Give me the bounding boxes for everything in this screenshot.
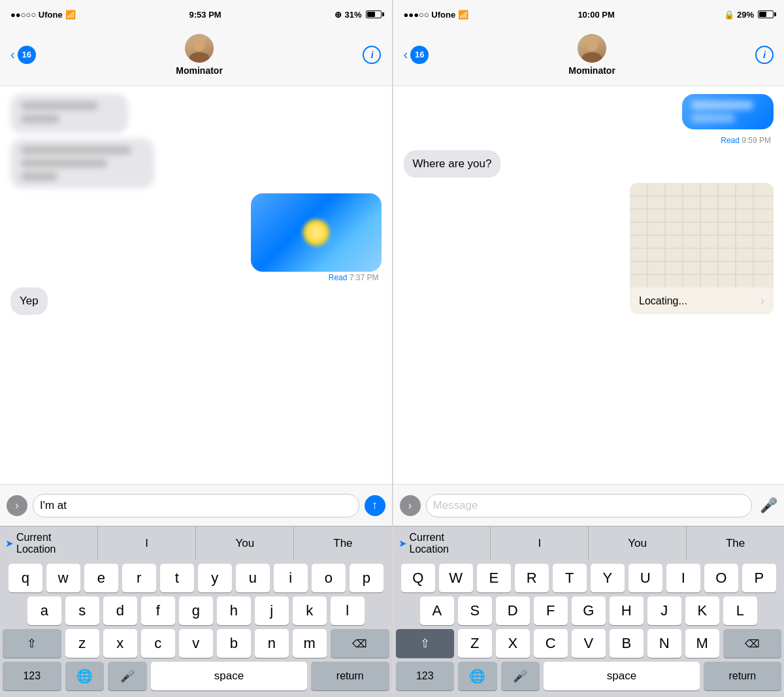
left-key-y[interactable]: y (198, 564, 232, 592)
left-autocomplete-you[interactable]: You (196, 527, 294, 560)
right-key-delete[interactable]: ⌫ (723, 629, 781, 658)
left-key-z[interactable]: z (65, 629, 99, 658)
left-expand-button[interactable]: › (7, 495, 27, 516)
left-input-area: › I'm at ↑ (0, 484, 392, 526)
left-back-button[interactable]: ‹ 16 (10, 46, 36, 64)
chevron-right-icon: › (760, 294, 764, 308)
right-avatar[interactable] (578, 34, 606, 63)
left-key-v[interactable]: v (179, 629, 213, 658)
left-key-emoji[interactable]: 🌐 (65, 662, 105, 690)
right-key-N[interactable]: N (647, 629, 681, 658)
right-key-I[interactable]: I (666, 564, 700, 592)
left-key-u[interactable]: u (236, 564, 270, 592)
right-key-M[interactable]: M (685, 629, 719, 658)
right-key-shift[interactable]: ⇧ (396, 629, 454, 658)
left-key-w[interactable]: w (46, 564, 80, 592)
right-key-W[interactable]: W (439, 564, 473, 592)
right-key-J[interactable]: J (647, 596, 681, 625)
left-key-g[interactable]: g (179, 596, 213, 625)
right-key-T[interactable]: T (553, 564, 587, 592)
right-key-return[interactable]: return (704, 662, 781, 690)
right-key-B[interactable]: B (610, 629, 644, 658)
left-key-h[interactable]: h (217, 596, 251, 625)
left-send-button[interactable]: ↑ (365, 495, 385, 516)
left-message-input-wrap[interactable]: I'm at (33, 494, 359, 517)
left-key-space[interactable]: space (151, 662, 307, 690)
left-key-f[interactable]: f (141, 596, 175, 625)
left-key-e[interactable]: e (84, 564, 118, 592)
right-key-O[interactable]: O (704, 564, 738, 592)
right-key-L[interactable]: L (723, 596, 757, 625)
right-autocomplete-you[interactable]: You (589, 527, 687, 560)
left-key-m[interactable]: m (293, 629, 327, 658)
left-bubble-1 (10, 94, 128, 133)
left-key-123[interactable]: 123 (3, 662, 61, 690)
left-key-shift[interactable]: ⇧ (3, 629, 61, 658)
left-key-l[interactable]: l (331, 596, 365, 625)
right-key-K[interactable]: K (685, 596, 719, 625)
left-key-n[interactable]: n (255, 629, 289, 658)
right-key-C[interactable]: C (534, 629, 568, 658)
left-key-d[interactable]: d (103, 596, 137, 625)
left-msg-4: Yep (10, 287, 382, 315)
left-read-receipt-1: Read 7:37 PM (326, 273, 382, 282)
left-contact-name: Mominator (176, 65, 223, 76)
left-key-o[interactable]: o (312, 564, 346, 592)
right-key-S[interactable]: S (458, 596, 492, 625)
left-key-j[interactable]: j (255, 596, 289, 625)
left-key-k[interactable]: k (293, 596, 327, 625)
right-key-G[interactable]: G (572, 596, 606, 625)
left-info-button[interactable]: i (363, 46, 381, 64)
left-key-delete[interactable]: ⌫ (331, 629, 389, 658)
right-autocomplete-the[interactable]: The (687, 527, 784, 560)
left-autocomplete-the[interactable]: The (294, 527, 391, 560)
right-autocomplete-location[interactable]: ➤ Current Location (393, 527, 491, 560)
right-key-U[interactable]: U (629, 564, 662, 592)
right-key-Z[interactable]: Z (458, 629, 492, 658)
left-key-c[interactable]: c (141, 629, 175, 658)
right-key-mic[interactable]: 🎤 (501, 662, 540, 690)
right-info-button[interactable]: i (755, 46, 774, 64)
right-key-F[interactable]: F (534, 596, 568, 625)
right-status-bar: ●●●○○ Ufone 📶 10:00 PM 🔒 29% (393, 0, 785, 29)
left-key-q[interactable]: q (8, 564, 42, 592)
left-key-x[interactable]: x (103, 629, 137, 658)
left-avatar[interactable] (185, 34, 214, 63)
right-key-Q[interactable]: Q (401, 564, 435, 592)
left-key-p[interactable]: p (350, 564, 384, 592)
right-key-X[interactable]: X (496, 629, 530, 658)
left-message-input[interactable]: I'm at (40, 499, 352, 512)
right-key-A[interactable]: A (420, 596, 454, 625)
left-key-return[interactable]: return (311, 662, 389, 690)
right-key-D[interactable]: D (496, 596, 530, 625)
left-key-mic[interactable]: 🎤 (108, 662, 147, 690)
left-autocomplete-location[interactable]: ➤ Current Location (0, 527, 98, 560)
left-messages-area[interactable]: Read 7:37 PM Yep (0, 86, 392, 484)
right-key-E[interactable]: E (477, 564, 511, 592)
right-key-emoji[interactable]: 🌐 (458, 662, 497, 690)
locating-card[interactable]: Locating... › (630, 183, 774, 314)
right-message-placeholder[interactable]: Message (433, 499, 478, 512)
left-key-b[interactable]: b (217, 629, 251, 658)
right-back-button[interactable]: ‹ 16 (404, 46, 429, 64)
left-autocomplete-location-label: Current Location (16, 532, 92, 555)
right-key-123[interactable]: 123 (396, 662, 454, 690)
right-expand-button[interactable]: › (400, 495, 421, 516)
left-key-r[interactable]: r (122, 564, 156, 592)
left-autocomplete-i[interactable]: I (98, 527, 196, 560)
left-key-s[interactable]: s (65, 596, 99, 625)
right-key-space[interactable]: space (544, 662, 700, 690)
right-key-Y[interactable]: Y (591, 564, 625, 592)
right-mic-button[interactable]: 🎤 (757, 497, 777, 514)
right-autocomplete-i[interactable]: I (491, 527, 589, 560)
right-key-V[interactable]: V (572, 629, 606, 658)
right-message-input-wrap[interactable]: Message (426, 494, 753, 517)
left-key-i[interactable]: i (274, 564, 308, 592)
left-key-t[interactable]: t (160, 564, 194, 592)
right-key-P[interactable]: P (742, 564, 776, 592)
right-messages-area[interactable]: Read 9:59 PM Where are you? (393, 86, 785, 484)
right-bubble-blue (682, 94, 774, 129)
left-key-a[interactable]: a (27, 596, 61, 625)
right-key-H[interactable]: H (610, 596, 644, 625)
right-key-R[interactable]: R (515, 564, 549, 592)
